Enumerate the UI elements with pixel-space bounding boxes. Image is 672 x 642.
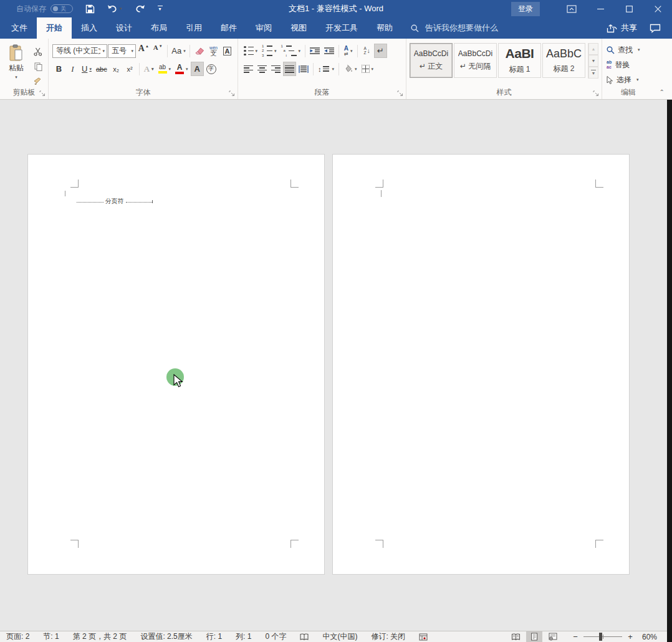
superscript-button[interactable]: x²: [123, 62, 137, 76]
decrease-indent-button[interactable]: [308, 44, 322, 58]
change-case-button[interactable]: Aa: [170, 44, 188, 58]
increase-indent-button[interactable]: [322, 44, 336, 58]
clear-formatting-button[interactable]: [193, 44, 206, 58]
copy-button[interactable]: [31, 60, 46, 73]
paragraph-dialog-launcher-icon[interactable]: [397, 90, 404, 97]
styles-gallery-more-icon[interactable]: ▼: [588, 67, 598, 79]
highlight-color-button[interactable]: ab: [156, 62, 173, 76]
tab-mailings[interactable]: 邮件: [211, 17, 246, 39]
tab-layout[interactable]: 布局: [142, 17, 176, 39]
print-layout-button[interactable]: [526, 631, 542, 642]
font-color-button[interactable]: A: [173, 62, 190, 76]
text-effects-button[interactable]: A: [142, 62, 156, 76]
minimize-button[interactable]: [586, 0, 615, 17]
proofing-status-icon[interactable]: [293, 633, 315, 641]
zoom-slider-thumb[interactable]: [599, 633, 602, 641]
document-page-2[interactable]: [332, 154, 630, 575]
maximize-button[interactable]: [615, 0, 643, 17]
zoom-percentage[interactable]: 60%: [636, 633, 657, 641]
grow-font-button[interactable]: A▲: [137, 44, 151, 58]
sort-button[interactable]: AZ ↓: [360, 44, 373, 58]
bullets-button[interactable]: [242, 44, 259, 58]
status-section[interactable]: 节: 1: [36, 631, 65, 642]
tab-references[interactable]: 引用: [176, 17, 211, 39]
signin-button[interactable]: 登录: [511, 2, 540, 16]
zoom-out-icon[interactable]: −: [572, 632, 578, 641]
macro-record-icon[interactable]: [412, 633, 434, 641]
character-shading-button[interactable]: A: [191, 62, 204, 76]
autosave-switch[interactable]: 关: [50, 4, 73, 13]
status-margin-setting[interactable]: 设置值: 2.5厘米: [133, 631, 199, 642]
line-spacing-button[interactable]: ↕: [316, 62, 336, 76]
status-word-count[interactable]: 0 个字: [258, 631, 293, 642]
select-button[interactable]: 选择: [604, 73, 653, 87]
clipboard-dialog-launcher-icon[interactable]: [39, 90, 46, 97]
replace-button[interactable]: abac 替换: [604, 58, 653, 72]
status-page-of-pages[interactable]: 第 2 页，共 2 页: [66, 631, 134, 642]
distribute-button[interactable]: [297, 62, 310, 76]
customize-qat-icon[interactable]: ▾: [158, 6, 163, 12]
style-heading1[interactable]: AaBI 标题 1: [498, 43, 541, 78]
close-button[interactable]: [643, 0, 672, 17]
enclose-characters-button[interactable]: 字: [204, 62, 218, 76]
document-canvas[interactable]: 分页符: [0, 100, 672, 631]
collapse-ribbon-icon[interactable]: ⌃: [660, 89, 665, 95]
font-dialog-launcher-icon[interactable]: [229, 90, 236, 97]
web-layout-button[interactable]: [545, 631, 561, 642]
tab-view[interactable]: 视图: [281, 17, 316, 39]
tab-insert[interactable]: 插入: [72, 17, 107, 39]
styles-scroll-down-icon[interactable]: ▼: [588, 55, 598, 67]
align-left-button[interactable]: [242, 62, 255, 76]
autosave-toggle[interactable]: 自动保存 关: [16, 4, 73, 14]
read-mode-button[interactable]: [507, 631, 524, 642]
strikethrough-button[interactable]: abc: [94, 62, 109, 76]
find-button[interactable]: 查找: [604, 43, 653, 57]
ribbon-display-options-icon[interactable]: [557, 0, 586, 17]
tab-developer[interactable]: 开发工具: [316, 17, 367, 39]
font-size-combo[interactable]: 五号: [108, 44, 136, 58]
shrink-font-button[interactable]: A▼: [151, 44, 165, 58]
tell-me-search[interactable]: 告诉我你想要做什么: [411, 17, 498, 39]
redo-icon[interactable]: [135, 4, 145, 13]
underline-button[interactable]: U: [80, 62, 94, 76]
undo-icon[interactable]: [107, 4, 122, 13]
character-border-button[interactable]: A: [221, 44, 234, 58]
paste-button[interactable]: 粘贴 ▾: [2, 42, 31, 87]
zoom-in-icon[interactable]: +: [627, 632, 633, 641]
status-column[interactable]: 列: 1: [229, 631, 258, 642]
bold-button[interactable]: B: [52, 62, 65, 76]
align-center-button[interactable]: [256, 62, 269, 76]
subscript-button[interactable]: x₂: [110, 62, 123, 76]
tab-file[interactable]: 文件: [2, 17, 37, 39]
phonetic-guide-button[interactable]: wén 文: [207, 44, 220, 58]
asian-layout-button[interactable]: A ⇄: [342, 44, 355, 58]
status-line[interactable]: 行: 1: [199, 631, 229, 642]
comments-button[interactable]: [650, 24, 661, 33]
italic-button[interactable]: I: [66, 62, 79, 76]
styles-dialog-launcher-icon[interactable]: [593, 90, 600, 97]
cut-button[interactable]: [31, 45, 46, 58]
multilevel-list-button[interactable]: 1ai: [279, 44, 303, 58]
tab-home[interactable]: 开始: [37, 17, 72, 39]
share-button[interactable]: 共享: [607, 22, 637, 34]
borders-button[interactable]: [360, 62, 376, 76]
format-painter-button[interactable]: [31, 75, 46, 88]
align-right-button[interactable]: [269, 62, 282, 76]
tab-design[interactable]: 设计: [107, 17, 142, 39]
zoom-slider[interactable]: [583, 636, 622, 637]
document-page-1[interactable]: 分页符: [27, 154, 325, 575]
font-name-combo[interactable]: 等线 (中文正文): [52, 44, 107, 58]
style-no-spacing[interactable]: AaBbCcDi ↵ 无间隔: [454, 43, 497, 78]
style-heading2[interactable]: AaBbC 标题 2: [542, 43, 585, 78]
numbering-button[interactable]: 123: [260, 44, 279, 58]
show-hide-marks-button[interactable]: ↵: [374, 44, 387, 58]
save-icon[interactable]: [85, 4, 95, 14]
justify-button[interactable]: [283, 62, 296, 76]
status-language[interactable]: 中文(中国): [315, 631, 364, 642]
status-track-changes[interactable]: 修订: 关闭: [364, 631, 412, 642]
tab-review[interactable]: 审阅: [246, 17, 281, 39]
status-page-number[interactable]: 页面: 2: [6, 631, 36, 642]
styles-scroll-up-icon[interactable]: ▲: [588, 43, 598, 55]
tab-help[interactable]: 帮助: [367, 17, 402, 39]
shading-button[interactable]: [342, 62, 359, 76]
